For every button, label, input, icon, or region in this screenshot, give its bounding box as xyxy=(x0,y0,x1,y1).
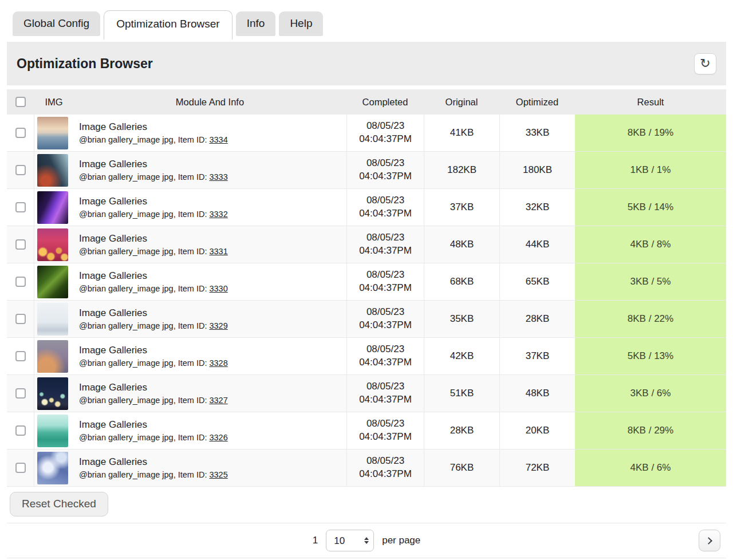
row-optimized-cell: 32KB xyxy=(499,189,575,226)
per-page-select-wrap: 10 xyxy=(326,530,374,551)
row-result-cell: 3KB / 6% xyxy=(575,375,726,412)
thumbnail-image xyxy=(37,377,68,410)
select-all-checkbox[interactable] xyxy=(15,97,26,107)
row-module-cell: Image Galleries @brian gallery_image jpg… xyxy=(73,375,346,412)
row-checkbox-cell xyxy=(7,338,34,374)
item-id-link[interactable]: 3330 xyxy=(209,284,227,293)
column-header-img: IMG xyxy=(34,89,73,115)
refresh-icon: ↻ xyxy=(700,57,710,70)
item-id-link[interactable]: 3327 xyxy=(209,396,227,405)
row-image-cell xyxy=(34,449,73,486)
tab-global-config[interactable]: Global Config xyxy=(13,11,100,36)
row-module-cell: Image Galleries @brian gallery_image jpg… xyxy=(73,115,346,151)
row-checkbox-cell xyxy=(7,226,34,263)
page-title: Optimization Browser xyxy=(17,56,153,72)
row-original-cell: 182KB xyxy=(424,152,499,188)
module-info: @brian gallery_image jpg, Item ID: 3325 xyxy=(79,470,228,479)
row-image-cell xyxy=(34,115,73,151)
module-name: Image Galleries xyxy=(79,382,147,393)
table-row: Image Galleries @brian gallery_image jpg… xyxy=(7,115,726,152)
row-completed-cell: 08/05/23 04:04:37PM xyxy=(346,115,424,151)
tab-optimization-browser[interactable]: Optimization Browser xyxy=(104,10,232,40)
item-id-link[interactable]: 3334 xyxy=(209,135,227,144)
item-id-link[interactable]: 3328 xyxy=(209,358,227,368)
row-completed-cell: 08/05/23 04:04:37PM xyxy=(346,338,424,374)
row-image-cell xyxy=(34,338,73,374)
row-optimized-cell: 65KB xyxy=(499,263,575,300)
row-completed-cell: 08/05/23 04:04:37PM xyxy=(346,449,424,486)
row-checkbox[interactable] xyxy=(15,277,26,287)
table-header-row: IMG Module And Info Completed Original O… xyxy=(7,89,726,115)
row-module-cell: Image Galleries @brian gallery_image jpg… xyxy=(73,189,346,226)
row-optimized-cell: 33KB xyxy=(499,115,575,151)
module-name: Image Galleries xyxy=(79,270,147,282)
item-id-link[interactable]: 3333 xyxy=(209,172,227,182)
table-row: Image Galleries @brian gallery_image jpg… xyxy=(7,412,726,449)
table-row: Image Galleries @brian gallery_image jpg… xyxy=(7,375,726,412)
column-header-completed: Completed xyxy=(346,89,424,115)
row-checkbox[interactable] xyxy=(15,463,26,473)
row-original-cell: 42KB xyxy=(424,338,499,374)
row-original-cell: 76KB xyxy=(424,449,499,486)
row-checkbox[interactable] xyxy=(15,239,26,250)
item-id-link[interactable]: 3329 xyxy=(209,321,227,330)
item-id-link[interactable]: 3325 xyxy=(209,470,227,479)
module-info-text: @brian gallery_image jpg, Item ID: xyxy=(79,247,209,256)
row-optimized-cell: 44KB xyxy=(499,226,575,263)
completed-time: 04:04:37PM xyxy=(359,431,412,444)
item-id-link[interactable]: 3332 xyxy=(209,210,227,219)
row-result-cell: 8KB / 19% xyxy=(575,115,726,151)
select-all-cell xyxy=(7,89,34,115)
current-page-number: 1 xyxy=(313,535,318,546)
pagination-bar: 1 10 per page xyxy=(7,523,726,558)
module-info-text: @brian gallery_image jpg, Item ID: xyxy=(79,358,209,368)
item-id-link[interactable]: 3326 xyxy=(209,433,227,442)
per-page-select[interactable]: 10 xyxy=(326,530,374,551)
row-module-cell: Image Galleries @brian gallery_image jpg… xyxy=(73,152,346,188)
module-name: Image Galleries xyxy=(79,456,147,468)
row-checkbox[interactable] xyxy=(15,388,26,399)
tab-help[interactable]: Help xyxy=(279,11,323,36)
thumbnail-image xyxy=(37,452,68,484)
row-completed-cell: 08/05/23 04:04:37PM xyxy=(346,226,424,263)
row-image-cell xyxy=(34,152,73,188)
row-image-cell xyxy=(34,412,73,449)
row-optimized-cell: 28KB xyxy=(499,301,575,337)
column-header-optimized: Optimized xyxy=(499,89,575,115)
completed-time: 04:04:37PM xyxy=(359,468,412,481)
refresh-button[interactable]: ↻ xyxy=(694,53,716,74)
row-checkbox[interactable] xyxy=(15,425,26,436)
module-info-text: @brian gallery_image jpg, Item ID: xyxy=(79,210,209,219)
row-checkbox[interactable] xyxy=(15,202,26,212)
row-completed-cell: 08/05/23 04:04:37PM xyxy=(346,263,424,300)
module-name: Image Galleries xyxy=(79,345,147,356)
row-checkbox[interactable] xyxy=(15,128,26,138)
module-info-text: @brian gallery_image jpg, Item ID: xyxy=(79,135,209,144)
next-page-button[interactable] xyxy=(699,530,720,551)
row-result-cell: 5KB / 13% xyxy=(575,338,726,374)
table-row: Image Galleries @brian gallery_image jpg… xyxy=(7,301,726,338)
tab-info[interactable]: Info xyxy=(236,11,276,36)
module-info: @brian gallery_image jpg, Item ID: 3330 xyxy=(79,284,228,293)
reset-checked-button[interactable]: Reset Checked xyxy=(10,492,108,516)
row-checkbox[interactable] xyxy=(15,314,26,324)
completed-date: 08/05/23 xyxy=(366,417,404,431)
completed-time: 04:04:37PM xyxy=(359,133,412,146)
pager-group: 1 10 per page xyxy=(313,530,421,551)
row-completed-cell: 08/05/23 04:04:37PM xyxy=(346,375,424,412)
row-result-cell: 4KB / 6% xyxy=(575,449,726,486)
module-info: @brian gallery_image jpg, Item ID: 3333 xyxy=(79,172,228,182)
chevron-right-icon xyxy=(705,537,712,545)
row-checkbox[interactable] xyxy=(15,165,26,175)
row-image-cell xyxy=(34,301,73,337)
table-row: Image Galleries @brian gallery_image jpg… xyxy=(7,449,726,487)
completed-date: 08/05/23 xyxy=(366,157,404,170)
table-row: Image Galleries @brian gallery_image jpg… xyxy=(7,226,726,263)
module-info: @brian gallery_image jpg, Item ID: 3327 xyxy=(79,396,228,405)
tab-bar: Global Config Optimization Browser Info … xyxy=(0,0,733,36)
row-optimized-cell: 48KB xyxy=(499,375,575,412)
per-page-label: per page xyxy=(382,535,420,546)
item-id-link[interactable]: 3331 xyxy=(209,247,227,256)
row-optimized-cell: 180KB xyxy=(499,152,575,188)
row-checkbox[interactable] xyxy=(15,351,26,361)
